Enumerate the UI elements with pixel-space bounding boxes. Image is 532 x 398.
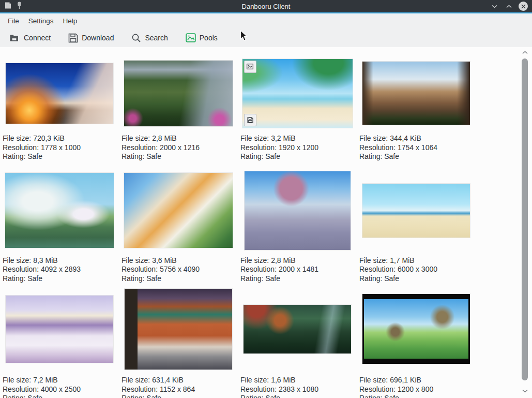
rating-value: Safe: [265, 394, 280, 398]
connect-label: Connect: [24, 34, 51, 42]
rating-value: Safe: [384, 152, 399, 160]
post-card[interactable]: File size: 1,7 MiB Resolution: 6000 x 30…: [357, 171, 476, 284]
menu-settings[interactable]: Settings: [24, 15, 58, 27]
scroll-up-arrow-icon[interactable]: [522, 50, 528, 55]
post-card[interactable]: File size: 344,4 KiB Resolution: 1754 x …: [357, 58, 476, 161]
file-size-value: 2,8 MiB: [152, 134, 176, 142]
file-size-label: File size:: [3, 134, 31, 142]
rating-label: Rating:: [121, 394, 144, 398]
file-size-label: File size:: [359, 376, 388, 384]
post-thumbnail-area: [238, 58, 357, 128]
rating-value: Safe: [27, 152, 42, 160]
post-metadata: File size: 1,7 MiB Resolution: 6000 x 30…: [357, 256, 476, 284]
file-size-label: File size:: [121, 134, 150, 142]
file-size-value: 3,6 MiB: [152, 256, 176, 264]
rating-value: Safe: [146, 152, 161, 160]
file-size-label: File size:: [240, 376, 269, 384]
view-image-button[interactable]: [244, 61, 256, 73]
post-thumbnail[interactable]: [242, 59, 353, 128]
resolution-label: Resolution:: [121, 143, 158, 152]
pools-button[interactable]: Pools: [183, 31, 221, 45]
file-size-value: 7,2 MiB: [33, 376, 57, 384]
file-size-label: File size:: [359, 256, 388, 264]
rating-label: Rating:: [3, 274, 25, 283]
post-card[interactable]: File size: 631,4 KiB Resolution: 1152 x …: [119, 288, 238, 398]
file-size-value: 8,3 MiB: [33, 256, 57, 264]
rating-value: Safe: [265, 274, 280, 283]
search-icon: [131, 33, 141, 43]
rating-label: Rating:: [359, 274, 382, 283]
close-button[interactable]: [519, 2, 528, 11]
post-thumbnail-area: [238, 288, 357, 370]
rating-label: Rating:: [240, 274, 263, 283]
post-card[interactable]: File size: 1,6 MiB Resolution: 2383 x 10…: [238, 288, 357, 398]
picture-icon: [247, 64, 253, 69]
post-card[interactable]: File size: 720,3 KiB Resolution: 1778 x …: [0, 58, 119, 161]
post-card[interactable]: File size: 696,1 KiB Resolution: 1200 x …: [357, 288, 476, 398]
save-image-button[interactable]: [244, 114, 256, 126]
rating-label: Rating:: [3, 394, 25, 398]
resolution-value: 4092 x 2893: [41, 265, 81, 273]
post-metadata: File size: 344,4 KiB Resolution: 1754 x …: [357, 134, 476, 161]
post-card[interactable]: File size: 8,3 MiB Resolution: 4092 x 28…: [0, 171, 119, 284]
connect-folder-icon: [9, 33, 20, 42]
resolution-label: Resolution:: [240, 143, 277, 152]
vertical-scrollbar[interactable]: [519, 47, 532, 398]
minimize-button[interactable]: [490, 2, 499, 11]
post-card[interactable]: File size: 3,2 MiB Resolution: 1920 x 12…: [238, 58, 357, 161]
file-size-label: File size:: [359, 134, 388, 142]
pin-icon[interactable]: [17, 2, 22, 11]
resolution-label: Resolution:: [3, 143, 39, 152]
post-thumbnail[interactable]: [6, 296, 113, 363]
rating-value: Safe: [384, 274, 399, 283]
post-card[interactable]: File size: 7,2 MiB Resolution: 4000 x 25…: [0, 288, 119, 398]
rating-value: Safe: [27, 274, 42, 283]
post-card[interactable]: File size: 2,8 MiB Resolution: 2000 x 12…: [119, 58, 238, 161]
post-thumbnail-area: [119, 58, 238, 128]
resolution-label: Resolution:: [3, 385, 39, 393]
resolution-label: Resolution:: [359, 143, 396, 152]
post-thumbnail[interactable]: [362, 184, 470, 238]
save-icon: [68, 33, 78, 43]
rating-value: Safe: [146, 274, 161, 283]
post-thumbnail[interactable]: [5, 173, 114, 248]
post-thumbnail[interactable]: [362, 62, 470, 125]
file-size-value: 2,8 MiB: [271, 256, 295, 264]
resolution-label: Resolution:: [359, 265, 396, 273]
resolution-label: Resolution:: [3, 265, 39, 273]
post-thumbnail-area: [357, 58, 476, 128]
post-thumbnail[interactable]: [6, 63, 113, 124]
file-size-label: File size:: [121, 256, 150, 264]
titlebar[interactable]: Danbooru Client: [0, 0, 532, 13]
search-button[interactable]: Search: [128, 31, 171, 45]
post-thumbnail[interactable]: [124, 173, 233, 248]
file-size-value: 720,3 KiB: [33, 134, 65, 142]
resolution-label: Resolution:: [240, 265, 277, 273]
post-grid: File size: 720,3 KiB Resolution: 1778 x …: [0, 47, 519, 398]
scroll-down-arrow-icon[interactable]: [522, 388, 528, 393]
menu-help[interactable]: Help: [58, 15, 82, 27]
download-button[interactable]: Download: [65, 31, 117, 45]
post-thumbnail[interactable]: [362, 294, 470, 364]
letterboxed-image: [364, 299, 468, 359]
post-card[interactable]: File size: 2,8 MiB Resolution: 2000 x 14…: [238, 171, 357, 284]
scrollbar-thumb[interactable]: [522, 58, 528, 380]
post-thumbnail-area: [0, 171, 119, 250]
post-metadata: File size: 3,6 MiB Resolution: 5756 x 40…: [119, 256, 238, 284]
resolution-value: 1152 x 864: [160, 385, 195, 393]
maximize-button[interactable]: [504, 2, 513, 11]
post-card[interactable]: File size: 3,6 MiB Resolution: 5756 x 40…: [119, 171, 238, 284]
file-size-label: File size:: [240, 256, 269, 264]
post-thumbnail[interactable]: [244, 305, 351, 353]
post-thumbnail-area: [0, 58, 119, 128]
post-metadata: File size: 720,3 KiB Resolution: 1778 x …: [0, 134, 119, 161]
menu-file[interactable]: File: [3, 15, 24, 27]
post-thumbnail[interactable]: [245, 171, 351, 250]
post-metadata: File size: 696,1 KiB Resolution: 1200 x …: [357, 376, 476, 398]
post-thumbnail[interactable]: [124, 61, 233, 126]
save-icon: [247, 117, 253, 123]
resolution-value: 2000 x 1216: [160, 143, 200, 152]
connect-button[interactable]: Connect: [6, 31, 54, 45]
file-size-label: File size:: [3, 256, 31, 264]
post-thumbnail[interactable]: [125, 289, 232, 370]
